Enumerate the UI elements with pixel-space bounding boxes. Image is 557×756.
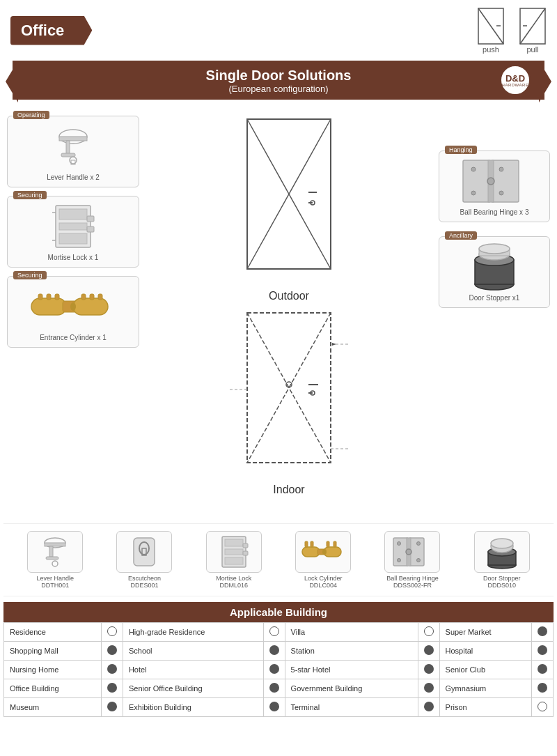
svg-rect-72: [225, 557, 243, 564]
empty-circle-icon: [424, 626, 434, 636]
applicable-indicator: [532, 661, 554, 679]
list-item: Super Market: [439, 623, 531, 642]
applicable-indicator: [532, 679, 554, 698]
strip-lock-cylinder-code: DDLC004: [309, 582, 337, 589]
lever-handle-caption: Lever Handle x 2: [13, 173, 133, 181]
list-item: High-grade Residence: [123, 623, 263, 642]
outdoor-door-svg: [226, 116, 352, 286]
applicable-indicator: [101, 642, 123, 661]
strip-hinge-svg: [388, 534, 437, 569]
svg-rect-81: [327, 541, 329, 547]
svg-rect-74: [243, 551, 248, 555]
mortise-lock-drawing: [35, 202, 111, 251]
filled-circle-icon: [107, 664, 117, 674]
svg-rect-24: [38, 294, 42, 300]
strip-lock-cylinder-caption: Lock Cylinder: [304, 575, 343, 582]
applicable-indicator: [101, 679, 123, 698]
strip-escutcheon-caption: Escutcheon: [128, 575, 161, 582]
stopper-img: [445, 242, 544, 291]
empty-circle-icon: [269, 626, 279, 636]
svg-point-78: [322, 549, 327, 555]
applicable-indicator: [418, 642, 439, 661]
empty-circle-icon: [107, 626, 117, 636]
filled-circle-icon: [424, 702, 434, 711]
strip-hinge: Ball Bearing Hinge DDSS002-FR: [374, 531, 450, 589]
office-title: Office: [21, 22, 64, 39]
svg-point-86: [406, 549, 411, 555]
svg-point-60: [479, 244, 510, 254]
strip-lock-cylinder-img: [295, 531, 351, 573]
filled-circle-icon: [107, 683, 117, 693]
svg-rect-71: [225, 549, 243, 555]
outdoor-label: Outdoor: [269, 290, 309, 302]
strip-escutcheon-code: DDES001: [130, 582, 158, 589]
dd-logo: D&D HARDWARE: [500, 65, 531, 95]
list-item: Prison: [439, 698, 531, 717]
list-item: Senior Club: [439, 661, 531, 679]
applicable-indicator: [101, 661, 123, 679]
strip-door-stopper-caption: Door Stopper: [483, 575, 521, 582]
filled-circle-icon: [424, 645, 434, 655]
applicable-table: ResidenceHigh-grade ResidenceVillaSuper …: [3, 622, 554, 717]
list-item: Museum: [4, 698, 102, 717]
page-header: Office push pull: [0, 0, 557, 61]
mortise-lock-img: [13, 202, 133, 251]
list-item: Senior Office Building: [123, 679, 263, 698]
banner-subtitle: (European configuration): [13, 84, 544, 94]
main-content: Operating Lever Handle x 2 Securing: [0, 105, 557, 523]
svg-point-50: [487, 178, 494, 185]
svg-point-54: [499, 191, 503, 195]
svg-point-88: [398, 559, 401, 562]
entrance-cylinder-img: [13, 282, 133, 331]
filled-circle-icon: [269, 683, 279, 693]
dd-logo-text: D&D: [505, 74, 525, 83]
svg-rect-82: [334, 541, 336, 547]
list-item: Terminal: [285, 698, 418, 717]
list-item: 5-star Hotel: [285, 661, 418, 679]
strip-escutcheon: Escutcheon DDES001: [106, 531, 182, 589]
strip-hinge-img: [384, 531, 440, 573]
strip-lever-svg: [31, 534, 79, 569]
svg-point-65: [52, 561, 58, 566]
empty-circle-icon: [538, 702, 547, 711]
indoor-door-svg: [226, 309, 352, 480]
svg-rect-48: [491, 160, 519, 202]
svg-rect-79: [305, 541, 308, 547]
door-type-icons: push pull: [477, 7, 547, 54]
push-door-icon: push: [477, 7, 505, 54]
stopper-caption: Door Stopper x1: [445, 294, 544, 302]
hinge-img: [445, 157, 544, 206]
svg-point-87: [398, 542, 401, 546]
hinge-box: Hanging Ball Bearing Hinge x 3: [439, 151, 550, 222]
push-label: push: [483, 45, 499, 54]
strip-escutcheon-svg: [120, 534, 168, 569]
applicable-indicator: [263, 698, 285, 717]
lever-handle-drawing: [28, 124, 118, 169]
list-item: Office Building: [4, 679, 102, 698]
strip-door-stopper: Door Stopper DDDS010: [464, 531, 540, 589]
center-door-diagram: Outdoor Indoor: [139, 116, 439, 513]
filled-circle-icon: [107, 702, 117, 711]
list-item: Nursing Home: [4, 661, 102, 679]
right-products: Hanging Ball Bearing Hinge x 3 Ancillary: [439, 116, 550, 513]
applicable-indicator: [532, 642, 554, 661]
svg-rect-62: [45, 543, 65, 546]
strip-mortise-lock-img: [206, 531, 262, 573]
table-row: MuseumExhibition BuildingTerminalPrison: [4, 698, 554, 717]
filled-circle-icon: [538, 645, 547, 655]
svg-point-52: [471, 191, 476, 195]
svg-rect-20: [31, 298, 66, 315]
strip-mortise-lock-caption: Mortise Lock: [216, 575, 251, 582]
applicable-indicator: [418, 661, 439, 679]
strip-hinge-code: DDSS002-FR: [393, 582, 432, 589]
filled-circle-icon: [424, 683, 434, 693]
svg-rect-63: [49, 546, 53, 557]
list-item: Station: [285, 642, 418, 661]
applicable-indicator: [418, 623, 439, 642]
svg-point-23: [70, 302, 76, 311]
applicable-indicator: [263, 623, 285, 642]
svg-rect-29: [98, 294, 102, 300]
svg-point-95: [491, 539, 513, 548]
svg-rect-27: [81, 294, 86, 300]
list-item: Residence: [4, 623, 102, 642]
